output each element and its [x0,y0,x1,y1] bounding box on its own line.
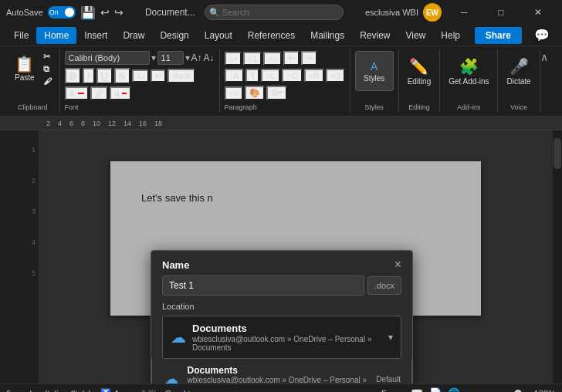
align-left-button[interactable]: ≡L [261,69,280,83]
align-right-button[interactable]: ≡R [304,69,324,83]
title-bar: AutoSave On 💾 ↩ ↪ Document... 🔍 esclusiv… [0,0,562,25]
ribbon-font: ▾ ▾ A↑ A↓ B I U S̶ x₂ x² Aa✕ A 🖊 A Font [60,49,220,113]
redo-icon[interactable]: ↪ [114,6,124,19]
multilevel-list-button[interactable]: ≡↕ [263,52,282,66]
list-item[interactable]: ☁ Documents wbiesclusiva@outlook.com » O… [152,359,411,384]
underline-button[interactable]: U [96,68,113,84]
menu-layout[interactable]: Layout [197,27,240,44]
size-dropdown-icon[interactable]: ▾ [185,52,190,63]
menu-view[interactable]: View [398,27,434,44]
menu-review[interactable]: Review [352,27,398,44]
italic-button[interactable]: I [83,68,95,84]
close-button[interactable]: ✕ [520,2,556,23]
bullet-list-button[interactable]: ≡• [225,52,242,66]
print-layout-icon[interactable]: 📄 [429,387,442,392]
clear-format-button[interactable]: Aa✕ [168,69,195,83]
justify-button[interactable]: ≡J [326,69,345,83]
title-center: Document... 🔍 [145,5,344,20]
shading-button[interactable]: 🎨 [245,86,265,100]
autosave-area: AutoSave On 💾 ↩ ↪ [6,5,124,20]
menu-insert[interactable]: Insert [76,27,115,44]
dialog-name-field: .docx [151,275,412,302]
dialog-close-button[interactable]: × [394,259,401,271]
menu-mailings[interactable]: Mailings [303,27,352,44]
ribbon-clipboard-top: 📋 Paste ✂ ⧉ 🖌 [11,51,55,86]
editing-button[interactable]: ✏️ Editing [404,51,435,91]
copy-button[interactable]: ⧉ [40,63,55,75]
show-marks-button[interactable]: ¶ [245,69,259,83]
align-center-button[interactable]: ≡C [282,69,302,83]
ribbon-editing: ✏️ Editing Editing [399,49,441,113]
cut-icon: ✂ [43,52,50,62]
location-list: ☁ Documents wbiesclusiva@outlook.com » O… [151,359,412,384]
zoom-level[interactable]: 100% [534,389,556,393]
focus-button[interactable]: Focus [381,389,405,393]
menu-home[interactable]: Home [36,27,76,44]
word-count[interactable]: 6 words [6,389,36,393]
increase-size-button[interactable]: A↑ [191,52,202,63]
get-addins-button[interactable]: 🧩 Get Add-ins [445,51,493,91]
accessibility-status[interactable]: ♿ Accessibility: Good to go [100,388,206,392]
addins-icon: 🧩 [459,57,479,76]
share-button[interactable]: Share [475,27,522,44]
styles-button[interactable]: A Styles [355,51,394,91]
highlight-button[interactable]: 🖊 [90,86,108,100]
sort-button[interactable]: ↕A [225,69,244,83]
paragraph-label: Paragraph [225,102,257,111]
dictate-button[interactable]: 🎤 Dictate [503,51,534,91]
menu-design[interactable]: Design [152,27,196,44]
status-bar: 6 words Italian (Italy) ♿ Accessibility:… [0,384,562,392]
paste-button[interactable]: 📋 Paste [11,52,39,86]
borders-button[interactable]: ⊞▾ [266,86,287,100]
maximize-button[interactable]: □ [483,2,519,23]
user-area: esclusiva WBI EW ─ □ ✕ [365,2,556,23]
extension-badge: .docx [367,276,401,295]
font-name-input[interactable] [65,51,150,65]
ribbon-styles: A Styles Styles [350,49,399,113]
menu-help[interactable]: Help [433,27,468,44]
read-mode-icon[interactable]: 📖 [411,387,423,392]
font-size-input[interactable] [157,51,184,65]
collapse-ribbon-icon[interactable]: ∧ [540,51,548,63]
menu-draw[interactable]: Draw [115,27,152,44]
ribbon-voice: 🎤 Dictate Voice [498,49,540,113]
save-icon[interactable]: 💾 [80,5,96,20]
ruler: 2 4 6 8 10 12 14 16 18 [0,117,562,130]
bold-button[interactable]: B [65,68,81,84]
zoom-thumb [514,390,522,393]
web-layout-icon[interactable]: 🌐 [448,387,460,392]
spacing-row: ↕≡ 🎨 ⊞▾ [225,86,287,100]
decrease-indent-button[interactable]: ⇤ [283,51,300,66]
location-current[interactable]: ☁ Documents wbiesclusiva@outlook.com » O… [162,316,401,359]
superscript-button[interactable]: x² [151,69,167,83]
decrease-size-button[interactable]: A↓ [204,52,215,63]
cut-button[interactable]: ✂ [40,51,55,63]
language[interactable]: Italian (Italy) [46,389,92,393]
strikethrough-button[interactable]: S̶ [114,68,130,84]
dialog-header: Name × [151,251,412,275]
window-controls: ─ □ ✕ [446,2,556,23]
search-input[interactable] [205,5,344,20]
cloud-icon: ☁ [163,370,180,384]
ribbon: 📋 Paste ✂ ⧉ 🖌 Clipboard ▾ ▾ A↑ A↓ B I U … [0,46,562,117]
autosave-toggle[interactable]: On [48,6,76,19]
copy-icon: ⧉ [43,64,49,74]
current-location-path: wbiesclusiva@outlook.com » OneDrive – Pe… [192,335,382,352]
avatar[interactable]: EW [423,3,442,22]
menu-file[interactable]: File [6,27,36,44]
text-color-button[interactable]: A [65,86,89,100]
format-painter-button[interactable]: 🖌 [40,76,55,86]
location-item-info: Documents wbiesclusiva@outlook.com » One… [188,365,369,384]
accessibility-icon: ♿ [100,388,111,392]
subscript-button[interactable]: x₂ [132,69,149,83]
font-dropdown-icon[interactable]: ▾ [151,52,156,63]
menu-references[interactable]: References [240,27,303,44]
number-list-button[interactable]: ≡1 [243,52,262,66]
increase-indent-button[interactable]: ⇥ [301,51,317,66]
file-name-input[interactable] [162,275,364,296]
minimize-button[interactable]: ─ [446,2,482,23]
undo-icon[interactable]: ↩ [100,6,110,19]
line-spacing-button[interactable]: ↕≡ [225,86,243,100]
font-color-button[interactable]: A [110,86,132,100]
chat-icon[interactable]: 💬 [528,25,556,46]
